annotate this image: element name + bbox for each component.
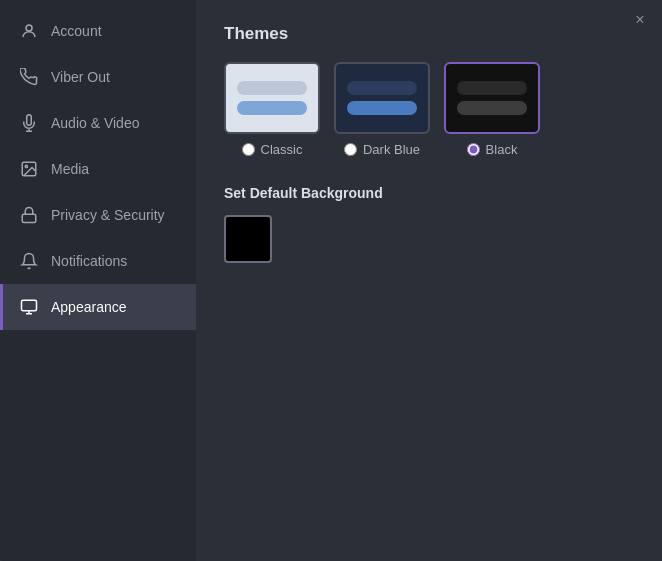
svg-rect-3 (22, 214, 36, 222)
sidebar-item-media[interactable]: Media (0, 146, 196, 192)
audio-video-icon (19, 113, 39, 133)
sidebar: Account Viber Out Audio & Video (0, 0, 196, 561)
sidebar-label-appearance: Appearance (51, 299, 127, 315)
theme-radio-dark-blue[interactable] (344, 143, 357, 156)
sidebar-label-notifications: Notifications (51, 253, 127, 269)
svg-rect-4 (22, 300, 37, 311)
theme-label-classic[interactable]: Classic (242, 142, 303, 157)
notifications-icon (19, 251, 39, 271)
theme-name-dark-blue: Dark Blue (363, 142, 420, 157)
theme-radio-black[interactable] (467, 143, 480, 156)
sidebar-item-viber-out[interactable]: Viber Out (0, 54, 196, 100)
sidebar-item-appearance[interactable]: Appearance (0, 284, 196, 330)
theme-card-black[interactable]: Black (444, 62, 540, 157)
theme-card-dark-blue[interactable]: Dark Blue (334, 62, 430, 157)
sidebar-label-privacy-security: Privacy & Security (51, 207, 165, 223)
theme-label-dark-blue[interactable]: Dark Blue (344, 142, 420, 157)
theme-name-black: Black (486, 142, 518, 157)
theme-preview-classic (224, 62, 320, 134)
appearance-icon (19, 297, 39, 317)
themes-row: Classic Dark Blue (224, 62, 634, 157)
sidebar-label-media: Media (51, 161, 89, 177)
sidebar-label-viber-out: Viber Out (51, 69, 110, 85)
themes-title: Themes (224, 24, 634, 44)
sidebar-item-notifications[interactable]: Notifications (0, 238, 196, 284)
dark-blue-bar2 (347, 101, 417, 115)
svg-point-0 (26, 25, 32, 31)
theme-preview-dark-blue (334, 62, 430, 134)
classic-bar1 (237, 81, 307, 95)
theme-label-black[interactable]: Black (467, 142, 518, 157)
content-area: × Themes Classic (196, 0, 662, 561)
black-bar1 (457, 81, 527, 95)
sidebar-item-privacy-security[interactable]: Privacy & Security (0, 192, 196, 238)
account-icon (19, 21, 39, 41)
sidebar-label-account: Account (51, 23, 102, 39)
sidebar-item-account[interactable]: Account (0, 8, 196, 54)
theme-preview-black (444, 62, 540, 134)
settings-dialog: Account Viber Out Audio & Video (0, 0, 662, 561)
privacy-security-icon (19, 205, 39, 225)
sidebar-label-audio-video: Audio & Video (51, 115, 139, 131)
classic-bar2 (237, 101, 307, 115)
bg-section-title: Set Default Background (224, 185, 634, 201)
bg-swatch[interactable] (224, 215, 272, 263)
media-icon (19, 159, 39, 179)
svg-point-2 (25, 165, 27, 167)
close-button[interactable]: × (630, 10, 650, 30)
theme-radio-classic[interactable] (242, 143, 255, 156)
viber-out-icon (19, 67, 39, 87)
dark-blue-bar1 (347, 81, 417, 95)
theme-name-classic: Classic (261, 142, 303, 157)
theme-card-classic[interactable]: Classic (224, 62, 320, 157)
sidebar-item-audio-video[interactable]: Audio & Video (0, 100, 196, 146)
black-bar2 (457, 101, 527, 115)
